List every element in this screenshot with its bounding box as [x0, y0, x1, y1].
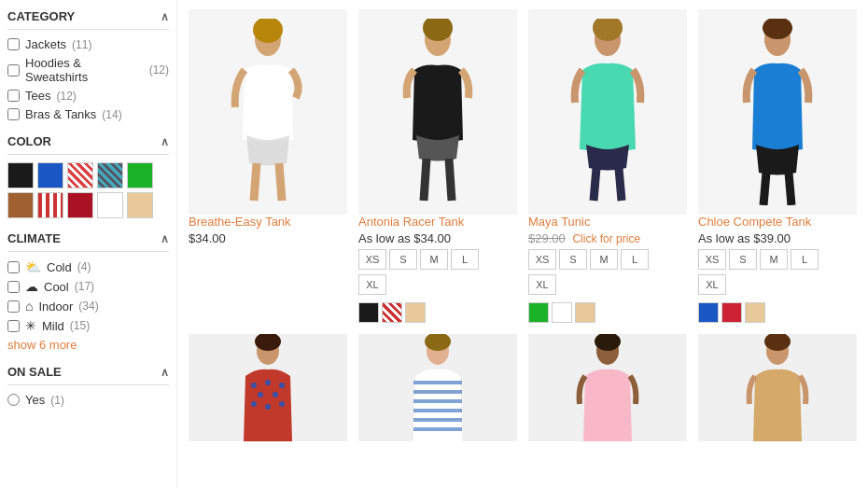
cool-icon: ☁: [25, 279, 38, 294]
size-buttons-maya-xl: XL: [528, 274, 687, 295]
color-swatch-white[interactable]: [97, 192, 123, 218]
color-swatch-blue[interactable]: [37, 162, 63, 188]
climate-item-cold[interactable]: ⛅ Cold (4): [7, 259, 169, 274]
category-item-tees[interactable]: Tees (12): [7, 89, 169, 103]
color-swatch-brown[interactable]: [7, 192, 34, 218]
prod-color-blue[interactable]: [698, 302, 719, 323]
color-swatch-black[interactable]: [7, 162, 34, 188]
size-l[interactable]: L: [451, 249, 479, 270]
product-name-antonia[interactable]: Antonia Racer Tank: [358, 215, 517, 229]
product-image-antonia: [358, 9, 517, 215]
size-l[interactable]: L: [621, 249, 649, 270]
color-swatch-tan[interactable]: [127, 192, 153, 218]
on-sale-radio-yes[interactable]: [7, 394, 20, 406]
on-sale-chevron-icon[interactable]: ∧: [161, 366, 169, 379]
color-chevron-icon[interactable]: ∧: [161, 135, 169, 148]
size-m[interactable]: M: [420, 249, 448, 270]
category-item-bras[interactable]: Bras & Tanks (14): [7, 107, 169, 121]
on-sale-header: ON SALE ∧: [7, 365, 169, 385]
color-swatch-teal-pattern[interactable]: [97, 162, 123, 188]
indoor-icon: ⌂: [25, 299, 33, 314]
svg-rect-33: [413, 427, 462, 431]
color-swatch-red-pattern[interactable]: [67, 162, 93, 188]
climate-checkbox-cold[interactable]: [7, 261, 20, 273]
product-name-maya[interactable]: Maya Tunic: [528, 215, 687, 229]
climate-name-cool: Cool: [44, 280, 69, 294]
click-price: Click for price: [572, 232, 640, 245]
prod-color-tan[interactable]: [405, 302, 426, 323]
svg-line-7: [449, 159, 452, 201]
svg-rect-28: [413, 381, 462, 384]
svg-rect-31: [413, 409, 462, 412]
size-m[interactable]: M: [590, 249, 618, 270]
product-image-maya: [528, 9, 687, 215]
on-sale-item-yes[interactable]: Yes (1): [7, 393, 169, 407]
product-name-breathe-easy[interactable]: Breathe-Easy Tank: [189, 215, 347, 229]
prod-color-tan[interactable]: [575, 302, 595, 323]
prod-color-white[interactable]: [552, 302, 572, 323]
main-content: Breathe-Easy Tank $34.00: [177, 0, 868, 488]
prod-color-pattern[interactable]: [382, 302, 402, 323]
size-xl[interactable]: XL: [698, 274, 726, 295]
product-colors-maya: [528, 302, 687, 323]
category-checkbox-bras[interactable]: [7, 108, 20, 120]
size-xs[interactable]: XS: [528, 249, 556, 270]
size-s[interactable]: S: [559, 249, 587, 270]
prod-color-tan[interactable]: [745, 302, 765, 323]
product-card-5: [189, 334, 347, 441]
size-m[interactable]: M: [760, 249, 788, 270]
color-swatch-green[interactable]: [127, 162, 153, 188]
category-chevron-icon[interactable]: ∧: [161, 10, 169, 23]
size-xs[interactable]: XS: [358, 249, 386, 270]
product-price-antonia: As low as $34.00: [358, 231, 517, 245]
size-xl[interactable]: XL: [528, 274, 556, 295]
climate-chevron-icon[interactable]: ∧: [161, 232, 169, 245]
size-xs[interactable]: XS: [698, 249, 726, 270]
climate-item-mild[interactable]: ✳ Mild (15): [7, 318, 169, 333]
size-xl[interactable]: XL: [358, 274, 386, 295]
climate-checkbox-mild[interactable]: [7, 320, 20, 332]
sidebar: CATEGORY ∧ Jackets (11) Hoodies & Sweats…: [0, 0, 177, 488]
climate-checkbox-cool[interactable]: [7, 281, 20, 293]
climate-name-indoor: Indoor: [38, 300, 73, 314]
product-colors-antonia: [358, 302, 517, 323]
product-image-chloe: [698, 9, 857, 215]
on-sale-count: (1): [50, 394, 64, 407]
on-sale-name: Yes: [25, 393, 45, 407]
category-checkbox-jackets[interactable]: [7, 38, 20, 50]
product-image-5: [189, 334, 347, 441]
product-name-chloe[interactable]: Chloe Compete Tank: [698, 215, 857, 229]
svg-line-14: [763, 173, 766, 205]
on-sale-label: ON SALE: [7, 365, 62, 379]
size-s[interactable]: S: [389, 249, 417, 270]
as-low-label: As low as: [358, 231, 413, 245]
climate-item-cool[interactable]: ☁ Cool (17): [7, 279, 169, 294]
size-buttons-chloe-xl: XL: [698, 274, 857, 295]
category-checkbox-tees[interactable]: [7, 90, 20, 102]
size-l[interactable]: L: [791, 249, 819, 270]
size-s[interactable]: S: [729, 249, 757, 270]
svg-point-19: [265, 380, 271, 385]
as-low-label: As low as: [698, 231, 753, 245]
color-swatch-red-pattern2[interactable]: [37, 192, 63, 218]
prod-color-red[interactable]: [721, 302, 742, 323]
prod-color-green[interactable]: [528, 302, 549, 323]
color-swatch-dark-red[interactable]: [67, 192, 93, 218]
climate-checkbox-indoor[interactable]: [7, 300, 20, 313]
climate-item-indoor[interactable]: ⌂ Indoor (34): [7, 299, 169, 314]
category-checkbox-hoodies[interactable]: [7, 64, 20, 77]
prod-color-black[interactable]: [358, 302, 379, 323]
product-colors-chloe: [698, 302, 857, 323]
category-label: CATEGORY: [7, 9, 75, 23]
svg-line-2: [254, 163, 257, 201]
climate-name-mild: Mild: [42, 319, 64, 333]
show-more-climate[interactable]: show 6 more: [7, 338, 169, 352]
svg-line-10: [594, 168, 596, 201]
svg-point-21: [258, 392, 263, 397]
category-item-hoodies[interactable]: Hoodies & Sweatshirts (12): [7, 56, 169, 84]
category-item-jackets[interactable]: Jackets (11): [7, 37, 169, 51]
svg-point-20: [279, 383, 285, 388]
category-section: CATEGORY ∧ Jackets (11) Hoodies & Sweats…: [7, 9, 169, 121]
product-image-8: [698, 334, 857, 441]
svg-line-3: [279, 163, 282, 201]
